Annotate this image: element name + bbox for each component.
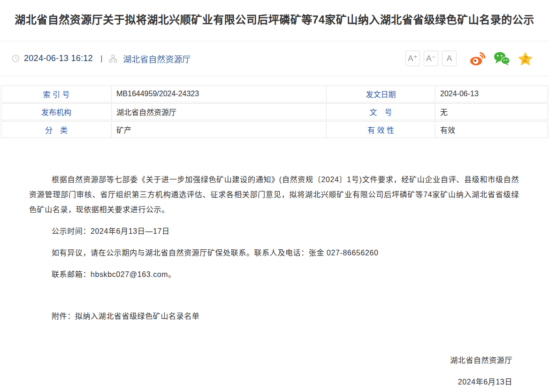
field-label-category: 分 类 bbox=[1, 122, 112, 138]
meta-bar: 2024-06-13 16:12 | 湖北省自然资源厅 A⁺ A⁻ A bbox=[0, 41, 549, 76]
publish-datetime: 2024-06-13 16:12 bbox=[24, 54, 93, 63]
field-label-issue-date: 发文日期 bbox=[327, 86, 435, 102]
attachment-line: 附件：拟纳入湖北省省级绿色矿山名录名单 bbox=[29, 309, 519, 324]
weibo-share-icon[interactable] bbox=[470, 51, 486, 66]
signature-date: 2024年6月13日 bbox=[0, 375, 512, 390]
field-value-issuing-agency: 湖北省自然资源厅 bbox=[112, 104, 327, 120]
font-reset-button[interactable]: A bbox=[442, 51, 457, 66]
table-row: 分 类 矿产 有 效 性 有效 bbox=[1, 121, 548, 138]
field-label-validity: 有 效 性 bbox=[327, 122, 435, 138]
clock-icon bbox=[12, 54, 20, 62]
document-info-table: 索 引 号 MB1644959/2024-24323 发文日期 2024-06-… bbox=[1, 85, 548, 138]
signature-org: 湖北省自然资源厅 bbox=[0, 353, 512, 368]
svg-text:Z: Z bbox=[523, 55, 528, 63]
attachment-link[interactable]: 拟纳入湖北省省级绿色矿山名录名单 bbox=[75, 312, 200, 320]
attachment-label: 附件： bbox=[52, 312, 75, 320]
field-value-index-number: MB1644959/2024-24323 bbox=[112, 86, 327, 102]
body-paragraph: 根据自然资源部等七部委《关于进一步加强绿色矿山建设的通知》(自然资规〔2024〕… bbox=[29, 172, 519, 217]
signature-block: 湖北省自然资源厅 2024年6月13日 bbox=[0, 353, 549, 390]
article-body: 根据自然资源部等七部委《关于进一步加强绿色矿山建设的通知》(自然资规〔2024〕… bbox=[0, 139, 549, 324]
source-link[interactable]: 湖北省自然资源厅 bbox=[123, 53, 191, 65]
email-paragraph: 联系邮箱：hbskbc027@163.com。 bbox=[29, 267, 519, 282]
field-value-validity: 有效 bbox=[435, 122, 548, 138]
meta-actions: A⁺ A⁻ A bbox=[405, 51, 533, 66]
contact-paragraph: 如有异议，请在公示期内与湖北省自然资源厅矿保处联系。联系人及电话：张金 027-… bbox=[29, 246, 519, 261]
field-label-index-number: 索 引 号 bbox=[1, 86, 112, 102]
wechat-share-icon[interactable] bbox=[494, 51, 510, 66]
font-increase-button[interactable]: A⁺ bbox=[405, 51, 420, 66]
qzone-share-icon[interactable]: Z bbox=[518, 51, 533, 66]
field-value-issue-date: 2024-06-13 bbox=[435, 86, 548, 102]
page-title: 湖北省自然资源厅关于拟将湖北兴顺矿业有限公司后坪磷矿等74家矿山纳入湖北省省级绿… bbox=[7, 12, 542, 27]
table-row: 索 引 号 MB1644959/2024-24323 发文日期 2024-06-… bbox=[1, 85, 548, 102]
organization-icon bbox=[109, 54, 117, 63]
font-decrease-button[interactable]: A⁻ bbox=[424, 51, 438, 66]
field-value-category: 矿产 bbox=[112, 122, 327, 138]
meta-separator: | bbox=[100, 54, 102, 63]
field-value-document-number: 无 bbox=[435, 104, 548, 120]
field-label-issuing-agency: 发布机构 bbox=[1, 104, 112, 120]
meta-left: 2024-06-13 16:12 | 湖北省自然资源厅 bbox=[12, 53, 191, 65]
article-page: 湖北省自然资源厅关于拟将湖北兴顺矿业有限公司后坪磷矿等74家矿山纳入湖北省省级绿… bbox=[0, 0, 549, 390]
table-row: 发布机构 湖北省自然资源厅 文 号 无 bbox=[1, 103, 548, 120]
article-header: 湖北省自然资源厅关于拟将湖北兴顺矿业有限公司后坪磷矿等74家矿山纳入湖北省省级绿… bbox=[0, 0, 549, 41]
field-label-document-number: 文 号 bbox=[327, 104, 435, 120]
publicity-period-paragraph: 公示时间：2024年6月13日—17日 bbox=[29, 224, 519, 239]
